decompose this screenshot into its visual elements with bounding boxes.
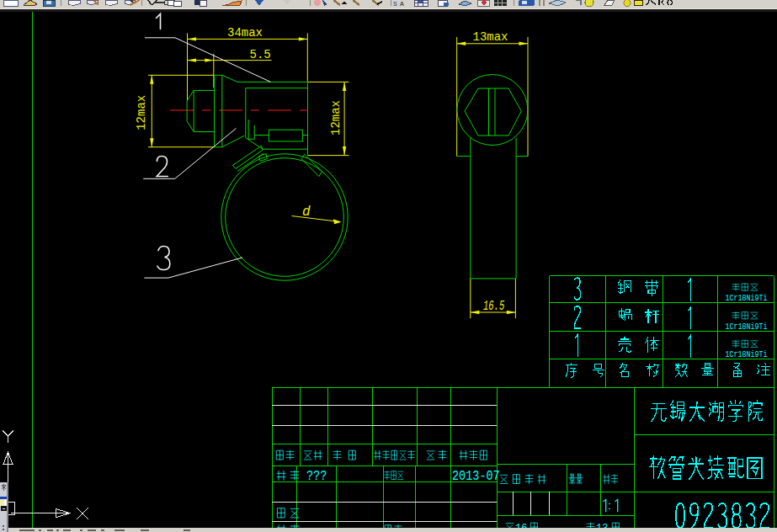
svg-text:1Cr18Ni9Ti: 1Cr18Ni9Ti	[726, 322, 768, 332]
svg-text:???: ???	[306, 468, 327, 485]
svg-text:16.5: 16.5	[483, 299, 504, 314]
svg-text:1Cr18Ni9Ti: 1Cr18Ni9Ti	[726, 294, 768, 303]
svg-text:2013-07: 2013-07	[452, 468, 500, 485]
svg-text:12max: 12max	[136, 95, 149, 130]
svg-text:A: A	[400, 0, 404, 8]
svg-text:1Cr18Ni9Ti: 1Cr18Ni9Ti	[726, 350, 768, 359]
svg-text:d: d	[302, 205, 311, 220]
svg-text:13max: 13max	[473, 30, 508, 44]
svg-text:34max: 34max	[227, 26, 263, 40]
svg-text:S: S	[393, 0, 397, 8]
svg-text:12max: 12max	[329, 100, 343, 136]
svg-text:5.5: 5.5	[250, 48, 271, 61]
